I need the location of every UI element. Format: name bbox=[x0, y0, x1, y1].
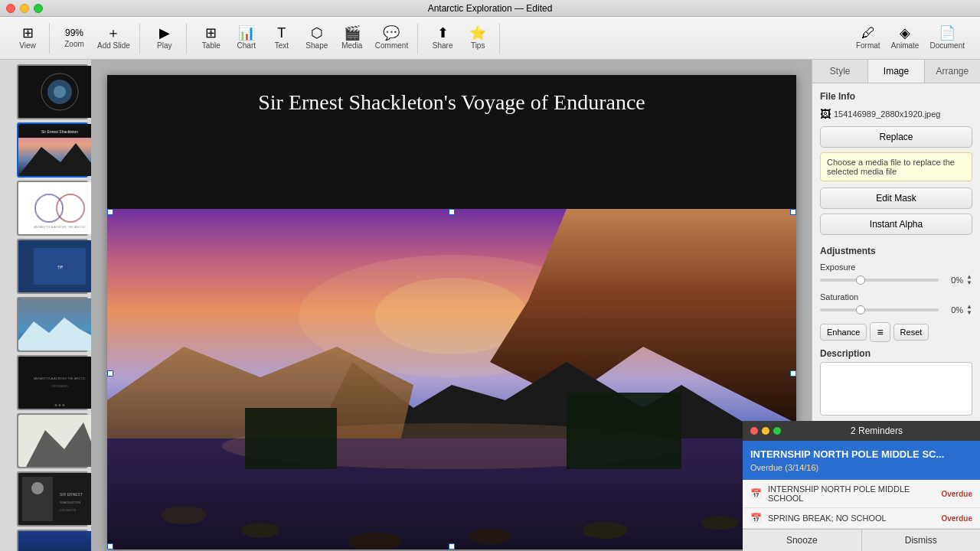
dismiss-button[interactable]: Dismiss bbox=[862, 530, 981, 551]
add-slide-button[interactable]: ＋ Add Slide bbox=[93, 23, 135, 53]
svg-text:ANTARCTICA ACROSS THE ARCTIC: ANTARCTICA ACROSS THE ARCTIC bbox=[34, 377, 86, 380]
document-button[interactable]: 📄 Document bbox=[925, 23, 969, 53]
notif-item-1-status: Overdue bbox=[941, 490, 972, 498]
snooze-button[interactable]: Snooze bbox=[743, 530, 862, 551]
reset-button[interactable]: Reset bbox=[893, 324, 929, 341]
notif-minimize[interactable] bbox=[762, 427, 769, 435]
tab-style[interactable]: Style bbox=[812, 60, 868, 83]
notif-main-subtitle: Overdue (3/14/16) bbox=[750, 463, 972, 472]
animate-button[interactable]: ◈ Animate bbox=[887, 23, 924, 53]
table-button[interactable]: ⊞ Table bbox=[194, 23, 228, 53]
comment-button[interactable]: 💬 Comment bbox=[371, 23, 413, 53]
slide-thumbnail-8[interactable]: SIR ERNEST SHACKLETON EXPLORATION bbox=[17, 471, 88, 527]
selection-handle-top[interactable] bbox=[449, 209, 455, 215]
description-textarea[interactable] bbox=[820, 362, 972, 416]
exposure-stepper[interactable]: ▲ ▼ bbox=[966, 274, 972, 286]
slide-thumbnail-4[interactable]: 🗺 bbox=[17, 239, 88, 294]
notif-close[interactable] bbox=[750, 427, 758, 435]
saturation-stepper[interactable]: ▲ ▼ bbox=[966, 304, 972, 316]
saturation-down[interactable]: ▼ bbox=[966, 310, 972, 316]
traffic-lights bbox=[6, 4, 43, 13]
document-icon: 📄 bbox=[939, 26, 956, 40]
slide-thumbnail-6[interactable]: ANTARCTICA ACROSS THE ARCTIC EXPLORATION bbox=[17, 355, 88, 410]
fullscreen-button[interactable] bbox=[34, 4, 43, 13]
media-button[interactable]: 🎬 Media bbox=[335, 23, 369, 53]
minimize-button[interactable] bbox=[20, 4, 29, 13]
shape-button[interactable]: ⬡ Shape bbox=[300, 23, 334, 53]
description-heading: Description bbox=[820, 348, 972, 359]
notif-calendar-icon-1: 📅 bbox=[750, 488, 762, 499]
svg-point-24 bbox=[31, 482, 44, 494]
svg-text:SIR ERNEST: SIR ERNEST bbox=[60, 492, 83, 497]
notif-item-1-text: INTERNSHIP NORTH POLE MIDDLE SCHOOL bbox=[768, 484, 935, 503]
notification-main-item[interactable]: INTERNSHIP NORTH POLE MIDDLE SC... Overd… bbox=[743, 441, 980, 480]
slide-item-3: 3 ANTARCTICA ACROSS THE ARCTIC bbox=[3, 181, 88, 236]
tab-arrange[interactable]: Arrange bbox=[925, 60, 980, 83]
selection-handle-bottom[interactable] bbox=[449, 543, 455, 549]
slide-thumbnail-9[interactable]: ANTARCTICA bbox=[17, 530, 88, 551]
selection-handle-top-right[interactable] bbox=[790, 209, 796, 215]
slide-item-7: 7 bbox=[3, 413, 88, 468]
file-type-icon: 🖼 bbox=[820, 108, 831, 120]
notifications-list: 📅 INTERNSHIP NORTH POLE MIDDLE SCHOOL Ov… bbox=[743, 480, 980, 529]
svg-point-41 bbox=[469, 529, 511, 544]
svg-text:🗺: 🗺 bbox=[57, 265, 63, 270]
instant-alpha-button[interactable]: Instant Alpha bbox=[820, 214, 972, 235]
edit-mask-button[interactable]: Edit Mask bbox=[820, 187, 972, 209]
animate-icon: ◈ bbox=[900, 26, 910, 40]
slide-thumbnail-1[interactable] bbox=[17, 64, 88, 119]
view-group: ⊞ View bbox=[6, 23, 50, 54]
slide-thumbnail-7[interactable] bbox=[17, 413, 88, 468]
exposure-down[interactable]: ▼ bbox=[966, 280, 972, 286]
saturation-thumb[interactable] bbox=[856, 305, 865, 315]
text-icon: T bbox=[277, 26, 286, 40]
file-info-heading: File Info bbox=[820, 91, 972, 102]
selection-handle-bottom-left[interactable] bbox=[107, 543, 113, 549]
tab-image[interactable]: Image bbox=[868, 60, 924, 83]
exposure-thumb[interactable] bbox=[856, 276, 865, 285]
saturation-value: 0% bbox=[942, 305, 963, 315]
panel-tab-bar: Style Image Arrange bbox=[812, 60, 980, 83]
slide-panel: 1 2 bbox=[0, 60, 92, 551]
replace-button[interactable]: Replace bbox=[820, 126, 972, 148]
media-icon: 🎬 bbox=[344, 26, 361, 40]
comment-icon: 💬 bbox=[383, 26, 400, 40]
view-button[interactable]: ⊞ View bbox=[11, 23, 44, 53]
tips-button[interactable]: ⭐ Tips bbox=[461, 23, 495, 53]
slide-thumbnail-3[interactable]: ANTARCTICA ACROSS THE ARCTIC bbox=[17, 181, 88, 236]
share-button[interactable]: ⬆ Share bbox=[426, 23, 459, 53]
svg-text:SHACKLETON: SHACKLETON bbox=[60, 500, 80, 504]
saturation-slider[interactable] bbox=[820, 308, 939, 311]
text-button[interactable]: T Text bbox=[265, 23, 299, 53]
notification-item-2[interactable]: 📅 SPRING BREAK; NO SCHOOL Overdue bbox=[743, 508, 980, 529]
svg-rect-17 bbox=[18, 357, 92, 409]
zoom-button[interactable]: 99% Zoom bbox=[57, 24, 91, 51]
svg-point-3 bbox=[54, 86, 66, 98]
selection-handle-right[interactable] bbox=[790, 370, 796, 377]
chart-button[interactable]: 📊 Chart bbox=[230, 23, 263, 53]
notifications-header: 2 Reminders bbox=[743, 421, 980, 441]
enhance-button[interactable]: Enhance bbox=[820, 324, 867, 341]
close-button[interactable] bbox=[6, 4, 15, 13]
exposure-slider[interactable] bbox=[820, 279, 939, 282]
notif-expand[interactable] bbox=[773, 427, 781, 435]
svg-rect-45 bbox=[567, 393, 681, 469]
slide-image[interactable] bbox=[107, 209, 796, 549]
notif-main-title: INTERNSHIP NORTH POLE MIDDLE SC... bbox=[750, 448, 972, 460]
table-icon: ⊞ bbox=[205, 26, 217, 40]
slide-item-4: 4 🗺 bbox=[3, 239, 88, 294]
selection-handle-top-left[interactable] bbox=[107, 209, 113, 215]
notification-item-1[interactable]: 📅 INTERNSHIP NORTH POLE MIDDLE SCHOOL Ov… bbox=[743, 480, 980, 508]
window-title: Antarctic Exploration — Edited bbox=[428, 3, 553, 14]
format-button[interactable]: 🖊 Format bbox=[851, 23, 885, 53]
slide-thumbnail-5[interactable] bbox=[17, 297, 88, 352]
slide-thumbnail-2[interactable]: Sir Ernest Shackleton bbox=[17, 122, 88, 178]
slide-item-9: 9 ANTARCTICA bbox=[3, 530, 88, 551]
file-name-label: 154146989_2880x1920.jpeg bbox=[834, 109, 940, 119]
adjust-icon-button[interactable]: ≡ bbox=[870, 322, 890, 342]
svg-text:EXPLORATION: EXPLORATION bbox=[60, 509, 76, 512]
slide-item-6: 6 ANTARCTICA ACROSS THE ARCTIC EXPLORATI… bbox=[3, 355, 88, 410]
selection-handle-left[interactable] bbox=[107, 370, 113, 377]
play-icon: ▶ bbox=[159, 26, 170, 40]
play-button[interactable]: ▶ Play bbox=[148, 23, 181, 53]
